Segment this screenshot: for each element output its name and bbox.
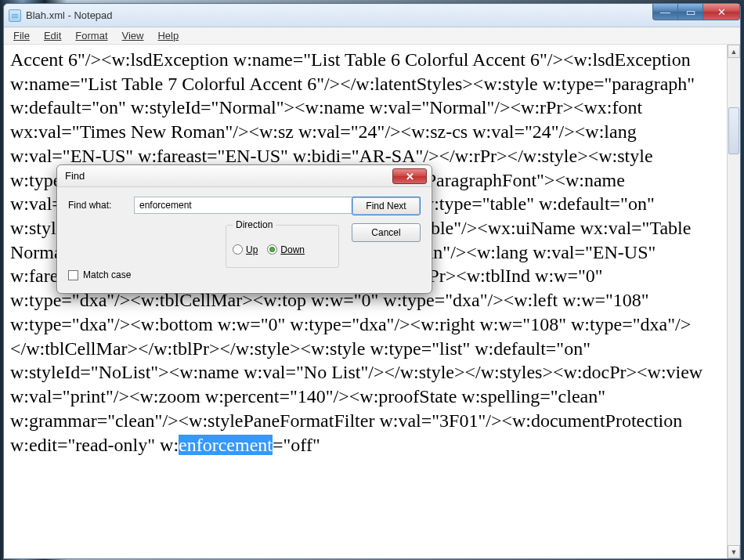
menu-view[interactable]: View [116,28,150,43]
text-post: ="off" [273,435,320,455]
find-title-text: Find [65,170,85,182]
scroll-down-icon[interactable]: ▼ [728,545,740,558]
find-next-button[interactable]: Find Next [352,197,421,215]
menubar: File Edit Format View Help [4,27,740,45]
scroll-up-icon[interactable]: ▲ [728,45,740,58]
window-title: Blah.xml - Notepad [26,9,113,21]
checkbox-icon [68,270,78,280]
direction-up-radio[interactable]: Up [233,244,258,255]
find-dialog[interactable]: Find ✕ Find what: Find Next Cancel Direc… [56,164,432,294]
maximize-button[interactable]: ▭ [677,4,702,20]
minimize-button[interactable]: — [652,4,677,20]
menu-file[interactable]: File [7,28,36,43]
close-button[interactable]: ✕ [702,4,740,20]
selected-text: enforcement [179,435,273,455]
text-content[interactable]: Accent 6"/><w:lsdException w:name="List … [4,45,727,558]
find-close-button[interactable]: ✕ [392,168,427,184]
vertical-scrollbar[interactable]: ▲ ▼ [727,45,740,558]
find-what-label: Find what: [68,200,125,211]
notepad-icon [9,9,21,22]
scroll-thumb[interactable] [728,107,739,154]
menu-edit[interactable]: Edit [38,28,67,43]
cancel-button[interactable]: Cancel [352,223,421,242]
menu-format[interactable]: Format [69,28,114,43]
find-titlebar[interactable]: Find ✕ [57,165,432,187]
radio-icon [267,244,277,255]
radio-icon [233,244,243,255]
titlebar[interactable]: Blah.xml - Notepad — ▭ ✕ [4,4,740,27]
find-body: Find what: Find Next Cancel Direction Up… [57,187,432,293]
direction-group: Direction Up Down [226,225,339,268]
direction-down-radio[interactable]: Down [267,244,305,255]
window-controls: — ▭ ✕ [652,4,740,20]
direction-legend: Direction [233,219,276,230]
match-case-checkbox[interactable]: Match case [68,269,131,280]
menu-help[interactable]: Help [151,28,185,43]
editor-area: Accent 6"/><w:lsdException w:name="List … [4,45,740,558]
